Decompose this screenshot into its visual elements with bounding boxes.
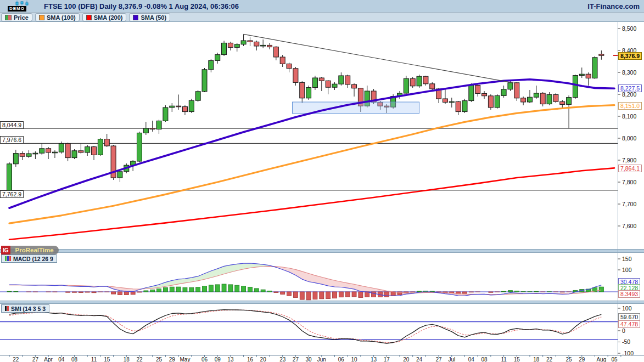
svg-text:Jul: Jul [448,357,455,362]
sma100-value-tag: 8,151.0 [618,102,642,110]
svg-text:17: 17 [384,357,390,362]
svg-text:29: 29 [579,357,585,362]
svg-text:20: 20 [403,357,410,362]
svg-text:27: 27 [32,357,39,362]
legend-chip-sma50[interactable]: SMA (50) [129,13,170,21]
level-tag-8044: 8,044.9 [0,121,24,129]
svg-text:04: 04 [468,357,475,362]
svg-text:08: 08 [481,357,488,362]
prorealtime-logo[interactable]: IG ProRealTime [1,246,59,254]
prorealtime-label: ProRealTime [10,246,59,254]
svg-text:20: 20 [260,357,267,362]
header-bar: DEMO FTSE 100 (DFB) Daily 8,376.9 -0.08%… [0,0,644,13]
legend-chip-label: SMA (100) [47,14,76,21]
svg-text:25: 25 [566,357,573,362]
sma200-value-tag: 7,864.1 [618,165,642,172]
svg-text:09: 09 [215,357,221,362]
svg-text:06: 06 [201,357,208,362]
svg-text:-100: -100 [622,350,634,357]
legend-bar: Price SMA (100) SMA (200) SMA (50) [0,13,644,22]
candles-layer [7,34,604,197]
svg-text:150: 150 [622,256,632,262]
svg-text:24: 24 [416,357,423,362]
svg-text:27: 27 [293,357,299,362]
svg-text:7,700: 7,700 [622,201,636,207]
svg-text:11: 11 [501,357,507,362]
smi-indicator-chip[interactable]: SMI (14 3 5 3 [1,304,49,313]
smi-icon [5,306,9,311]
smi-value-tag: 59.670 [618,313,640,321]
legend-chip-label: SMA (50) [141,14,166,21]
instrument-title: FTSE 100 (DFB) Daily 8,376.9 -0.08% 1 Au… [44,2,239,10]
svg-text:11: 11 [91,357,97,362]
macd-icon [5,256,11,261]
svg-text:8,500: 8,500 [622,25,636,32]
legend-chip-label: SMA (200) [94,14,123,21]
svg-text:22: 22 [136,357,143,362]
svg-text:7,600: 7,600 [622,223,636,229]
svg-text:13: 13 [227,357,234,362]
svg-text:8,000: 8,000 [622,135,636,142]
legend-chip-sma100[interactable]: SMA (100) [35,13,80,21]
svg-text:22: 22 [546,357,553,362]
price-swatch-icon [5,15,12,20]
svg-text:-50: -50 [622,338,630,345]
chart-canvas[interactable]: 8,5008,4008,3008,2008,1008,0007,9007,800… [0,0,644,362]
ig-logo: IG [1,246,10,254]
svg-text:04: 04 [58,357,65,362]
legend-chip-sma200[interactable]: SMA (200) [82,13,127,21]
svg-text:8,100: 8,100 [622,113,636,120]
sma200-swatch-icon [86,15,92,20]
smi-signal-value-tag: 47.478 [618,320,640,328]
svg-text:05: 05 [611,357,618,362]
svg-text:7,800: 7,800 [622,179,636,185]
svg-text:100: 100 [622,305,632,312]
time-axis: 2227Apr0408111518222529May06091316202327… [9,355,621,362]
svg-text:15: 15 [104,357,110,362]
demo-area: DEMO [0,0,44,13]
legend-chip-label: Price [14,14,29,21]
svg-text:30: 30 [306,357,312,362]
svg-text:Apr: Apr [44,357,53,362]
macd-signal-value-tag: 8.3493 [618,290,640,298]
macd-indicator-chip[interactable]: MACD (12 26 9 [1,254,57,263]
svg-text:27: 27 [436,357,443,362]
legend-chip-price[interactable]: Price [1,13,32,21]
svg-text:16: 16 [247,357,254,362]
svg-text:Jun: Jun [317,357,326,362]
sma50-swatch-icon [133,15,138,20]
smi-chip-label: SMI (14 3 5 3 [11,306,46,312]
svg-text:10: 10 [351,357,357,362]
sma50-value-tag: 8,227.5 [618,84,642,92]
sma100-swatch-icon [39,15,44,20]
demo-badge: DEMO [8,6,26,12]
macd-panel: 150100 [0,256,632,300]
svg-text:13: 13 [371,357,377,362]
smi-panel: 1000-50-100 [0,305,634,357]
svg-text:18: 18 [124,357,130,362]
svg-text:May: May [180,357,190,362]
brand-link[interactable]: IT-Finance.com [587,2,640,10]
svg-text:06: 06 [338,357,345,362]
last-price-tag: 8,376.9 [618,52,642,60]
svg-text:23: 23 [279,357,286,362]
level-tag-7762: 7,762.9 [0,190,24,198]
chart-window: 8,5008,4008,3008,2008,1008,0007,9007,800… [0,0,644,362]
svg-text:15: 15 [514,357,520,362]
level-tag-7976: 7,976.6 [0,136,24,144]
svg-text:22: 22 [13,357,19,362]
sma200-line [9,168,614,239]
svg-text:08: 08 [71,357,78,362]
svg-text:100: 100 [622,267,632,273]
svg-text:25: 25 [156,357,163,362]
macd-chip-label: MACD (12 26 9 [13,256,53,262]
svg-text:7,900: 7,900 [622,157,636,163]
svg-text:18: 18 [533,357,540,362]
svg-text:0: 0 [622,327,625,334]
svg-text:Aug: Aug [596,357,606,362]
svg-text:29: 29 [169,357,176,362]
svg-text:8,300: 8,300 [622,69,636,76]
